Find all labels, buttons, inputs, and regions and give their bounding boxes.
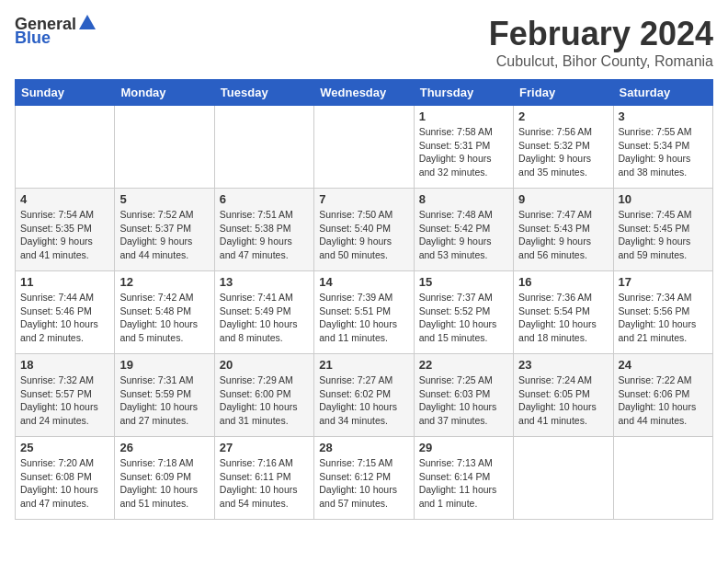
day-number: 29 xyxy=(419,441,508,454)
day-number: 1 xyxy=(419,109,508,123)
day-number: 3 xyxy=(619,109,708,123)
calendar-week-row: 11Sunrise: 7:44 AM Sunset: 5:46 PM Dayli… xyxy=(16,271,713,354)
day-info: Sunrise: 7:39 AM Sunset: 5:51 PM Dayligh… xyxy=(319,291,408,345)
day-number: 27 xyxy=(220,441,309,454)
day-info: Sunrise: 7:27 AM Sunset: 6:02 PM Dayligh… xyxy=(319,373,408,428)
day-info: Sunrise: 7:50 AM Sunset: 5:40 PM Dayligh… xyxy=(319,208,408,262)
day-info: Sunrise: 7:42 AM Sunset: 5:48 PM Dayligh… xyxy=(119,291,209,345)
day-number: 12 xyxy=(119,275,209,289)
calendar-week-row: 4Sunrise: 7:54 AM Sunset: 5:35 PM Daylig… xyxy=(16,189,713,271)
calendar-cell: 27Sunrise: 7:16 AM Sunset: 6:11 PM Dayli… xyxy=(214,437,313,520)
calendar-cell: 22Sunrise: 7:25 AM Sunset: 6:03 PM Dayli… xyxy=(414,354,513,437)
calendar-cell: 5Sunrise: 7:52 AM Sunset: 5:37 PM Daylig… xyxy=(115,189,214,271)
calendar-cell: 10Sunrise: 7:45 AM Sunset: 5:45 PM Dayli… xyxy=(613,189,712,271)
day-info: Sunrise: 7:47 AM Sunset: 5:43 PM Dayligh… xyxy=(518,208,608,262)
day-info: Sunrise: 7:45 AM Sunset: 5:45 PM Dayligh… xyxy=(619,208,708,262)
day-info: Sunrise: 7:25 AM Sunset: 6:03 PM Dayligh… xyxy=(419,373,508,428)
day-number: 26 xyxy=(119,441,209,454)
calendar-cell: 21Sunrise: 7:27 AM Sunset: 6:02 PM Dayli… xyxy=(314,354,414,437)
calendar-cell xyxy=(115,106,214,189)
day-number: 11 xyxy=(20,275,109,289)
calendar-cell: 19Sunrise: 7:31 AM Sunset: 5:59 PM Dayli… xyxy=(115,354,214,437)
day-info: Sunrise: 7:54 AM Sunset: 5:35 PM Dayligh… xyxy=(20,208,109,262)
calendar-cell: 8Sunrise: 7:48 AM Sunset: 5:42 PM Daylig… xyxy=(414,189,513,271)
day-number: 17 xyxy=(619,275,708,289)
calendar-cell: 1Sunrise: 7:58 AM Sunset: 5:31 PM Daylig… xyxy=(414,106,513,189)
day-number: 5 xyxy=(119,192,209,206)
day-number: 9 xyxy=(518,192,608,206)
day-number: 22 xyxy=(419,358,508,372)
day-info: Sunrise: 7:13 AM Sunset: 6:14 PM Dayligh… xyxy=(419,456,508,511)
calendar-cell xyxy=(214,106,313,189)
calendar-cell xyxy=(314,106,414,189)
header-thursday: Thursday xyxy=(414,80,513,106)
calendar-cell: 4Sunrise: 7:54 AM Sunset: 5:35 PM Daylig… xyxy=(16,189,115,271)
logo: General Blue xyxy=(15,15,97,48)
day-number: 21 xyxy=(319,358,408,372)
header-wednesday: Wednesday xyxy=(314,80,414,106)
calendar-cell: 14Sunrise: 7:39 AM Sunset: 5:51 PM Dayli… xyxy=(314,271,414,354)
calendar-title: February 2024 xyxy=(489,15,713,53)
calendar-subtitle: Cubulcut, Bihor County, Romania xyxy=(489,53,713,70)
calendar-cell: 12Sunrise: 7:42 AM Sunset: 5:48 PM Dayli… xyxy=(115,271,214,354)
calendar-cell: 24Sunrise: 7:22 AM Sunset: 6:06 PM Dayli… xyxy=(613,354,712,437)
day-info: Sunrise: 7:55 AM Sunset: 5:34 PM Dayligh… xyxy=(619,125,708,179)
day-info: Sunrise: 7:31 AM Sunset: 5:59 PM Dayligh… xyxy=(119,373,209,428)
calendar-cell: 18Sunrise: 7:32 AM Sunset: 5:57 PM Dayli… xyxy=(16,354,115,437)
calendar-cell: 7Sunrise: 7:50 AM Sunset: 5:40 PM Daylig… xyxy=(314,189,414,271)
day-number: 23 xyxy=(518,358,608,372)
svg-marker-0 xyxy=(79,15,96,29)
calendar-cell: 26Sunrise: 7:18 AM Sunset: 6:09 PM Dayli… xyxy=(115,437,214,520)
title-section: February 2024 Cubulcut, Bihor County, Ro… xyxy=(489,15,713,70)
logo-blue-text: Blue xyxy=(15,29,51,48)
day-info: Sunrise: 7:22 AM Sunset: 6:06 PM Dayligh… xyxy=(619,373,708,428)
day-number: 4 xyxy=(20,192,109,206)
day-number: 7 xyxy=(319,192,408,206)
day-info: Sunrise: 7:41 AM Sunset: 5:49 PM Dayligh… xyxy=(220,291,309,345)
calendar-cell: 20Sunrise: 7:29 AM Sunset: 6:00 PM Dayli… xyxy=(214,354,313,437)
calendar-cell: 15Sunrise: 7:37 AM Sunset: 5:52 PM Dayli… xyxy=(414,271,513,354)
calendar-cell: 29Sunrise: 7:13 AM Sunset: 6:14 PM Dayli… xyxy=(414,437,513,520)
calendar-cell: 28Sunrise: 7:15 AM Sunset: 6:12 PM Dayli… xyxy=(314,437,414,520)
logo-icon xyxy=(77,13,97,33)
day-number: 14 xyxy=(319,275,408,289)
day-info: Sunrise: 7:16 AM Sunset: 6:11 PM Dayligh… xyxy=(220,456,309,511)
calendar-cell: 23Sunrise: 7:24 AM Sunset: 6:05 PM Dayli… xyxy=(514,354,613,437)
calendar-week-row: 25Sunrise: 7:20 AM Sunset: 6:08 PM Dayli… xyxy=(16,437,713,520)
day-info: Sunrise: 7:36 AM Sunset: 5:54 PM Dayligh… xyxy=(518,291,608,345)
day-info: Sunrise: 7:34 AM Sunset: 5:56 PM Dayligh… xyxy=(619,291,708,345)
day-number: 16 xyxy=(518,275,608,289)
day-number: 8 xyxy=(419,192,508,206)
day-number: 6 xyxy=(220,192,309,206)
day-info: Sunrise: 7:56 AM Sunset: 5:32 PM Dayligh… xyxy=(518,125,608,179)
day-info: Sunrise: 7:32 AM Sunset: 5:57 PM Dayligh… xyxy=(20,373,109,428)
day-number: 2 xyxy=(518,109,608,123)
header-sunday: Sunday xyxy=(16,80,115,106)
calendar-cell: 13Sunrise: 7:41 AM Sunset: 5:49 PM Dayli… xyxy=(214,271,313,354)
day-number: 13 xyxy=(220,275,309,289)
calendar-header-row: Sunday Monday Tuesday Wednesday Thursday… xyxy=(16,80,713,106)
day-info: Sunrise: 7:24 AM Sunset: 6:05 PM Dayligh… xyxy=(518,373,608,428)
day-info: Sunrise: 7:58 AM Sunset: 5:31 PM Dayligh… xyxy=(419,125,508,179)
day-number: 18 xyxy=(20,358,109,372)
day-number: 19 xyxy=(119,358,209,372)
day-info: Sunrise: 7:20 AM Sunset: 6:08 PM Dayligh… xyxy=(20,456,109,511)
calendar-week-row: 18Sunrise: 7:32 AM Sunset: 5:57 PM Dayli… xyxy=(16,354,713,437)
header-tuesday: Tuesday xyxy=(214,80,313,106)
calendar-table: Sunday Monday Tuesday Wednesday Thursday… xyxy=(15,79,713,520)
day-info: Sunrise: 7:29 AM Sunset: 6:00 PM Dayligh… xyxy=(220,373,309,428)
calendar-cell xyxy=(16,106,115,189)
day-info: Sunrise: 7:52 AM Sunset: 5:37 PM Dayligh… xyxy=(119,208,209,262)
day-info: Sunrise: 7:48 AM Sunset: 5:42 PM Dayligh… xyxy=(419,208,508,262)
calendar-week-row: 1Sunrise: 7:58 AM Sunset: 5:31 PM Daylig… xyxy=(16,106,713,189)
day-info: Sunrise: 7:15 AM Sunset: 6:12 PM Dayligh… xyxy=(319,456,408,511)
calendar-cell xyxy=(613,437,712,520)
day-number: 20 xyxy=(220,358,309,372)
calendar-cell xyxy=(514,437,613,520)
calendar-cell: 11Sunrise: 7:44 AM Sunset: 5:46 PM Dayli… xyxy=(16,271,115,354)
day-info: Sunrise: 7:51 AM Sunset: 5:38 PM Dayligh… xyxy=(220,208,309,262)
header-friday: Friday xyxy=(514,80,613,106)
calendar-cell: 2Sunrise: 7:56 AM Sunset: 5:32 PM Daylig… xyxy=(514,106,613,189)
calendar-cell: 25Sunrise: 7:20 AM Sunset: 6:08 PM Dayli… xyxy=(16,437,115,520)
header-saturday: Saturday xyxy=(613,80,712,106)
